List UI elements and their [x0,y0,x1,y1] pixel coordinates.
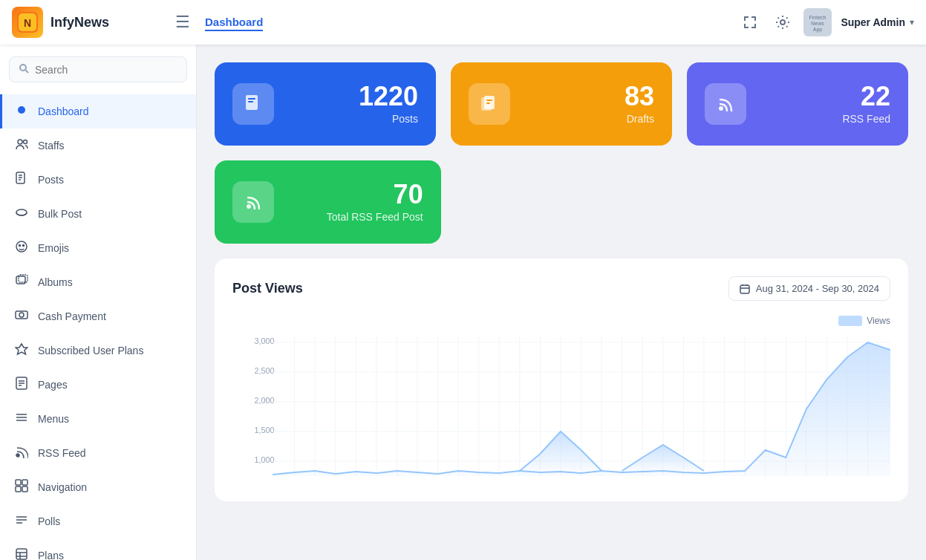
date-filter-button[interactable]: Aug 31, 2024 - Sep 30, 2024 [728,276,890,301]
search-box [9,56,187,82]
sidebar-item-polls[interactable]: Polls [0,504,196,538]
svg-rect-36 [22,486,27,492]
sidebar-item-label-bulk-post: Bulk Post [38,208,82,220]
sidebar: Dashboard Staffs Posts Bulk Post Emojis … [0,45,197,560]
chevron-down-icon: ▾ [910,17,914,27]
search-input[interactable] [35,64,177,76]
stat-info-rss: 22 RSS Feed [842,83,890,125]
stat-number-total-rss: 70 [327,181,423,208]
emojis-icon [14,240,29,256]
svg-rect-35 [16,486,21,492]
navigation-icon [14,479,29,495]
sidebar-item-albums[interactable]: Albums [0,265,196,299]
breadcrumb-text: Dashboard [205,16,263,31]
svg-point-18 [16,241,27,252]
sidebar-item-bulk-post[interactable]: Bulk Post [0,197,196,231]
svg-point-32 [16,454,19,457]
sidebar-item-label-cash-payment: Cash Payment [38,310,106,322]
user-name: Super Admin [841,16,905,28]
stat-info-posts: 1220 Posts [359,83,418,125]
app-header: N InfyNews ☰ Dashboard Fintech [0,0,926,45]
chart-legend: Views [232,316,890,326]
svg-text:3,000: 3,000 [255,336,275,345]
svg-text:2,000: 2,000 [255,396,275,405]
stat-icon-drafts [469,83,510,125]
svg-text:2,500: 2,500 [255,366,275,375]
sidebar-item-label-posts: Posts [38,174,64,186]
svg-text:1,000: 1,000 [255,455,275,464]
stat-label-posts: Posts [359,113,418,125]
stat-icon-rss [705,83,746,125]
stats-grid-bottom: 70 Total RSS Feed Post [215,160,908,244]
stat-card-rss: 22 RSS Feed [687,62,908,146]
svg-point-19 [19,245,21,247]
chart-header: Post Views Aug 31, 2024 - Sep 30, 2024 [232,276,890,301]
sidebar-item-pages[interactable]: Pages [0,368,196,402]
sidebar-item-plans[interactable]: Plans [0,538,196,560]
sidebar-item-label-plans: Plans [38,550,64,560]
sidebar-item-label-dashboard: Dashboard [38,105,89,117]
settings-button[interactable] [771,10,795,34]
svg-text:Fintech: Fintech [809,15,826,20]
sidebar-item-staffs[interactable]: Staffs [0,128,196,163]
svg-point-20 [23,245,25,247]
svg-point-10 [18,106,25,114]
svg-rect-46 [248,101,253,102]
staffs-icon [14,137,29,154]
svg-rect-49 [486,100,492,101]
sidebar-item-subscribed-user-plans[interactable]: Subscribed User Plans [0,333,196,368]
sidebar-item-menus[interactable]: Menus [0,402,196,436]
svg-text:App: App [813,27,823,33]
chart-area: 3,000 2,500 2,000 1,500 1,000 [232,335,890,484]
hamburger-button[interactable]: ☰ [169,10,196,35]
sidebar-item-emojis[interactable]: Emojis [0,231,196,265]
svg-line-9 [26,71,29,74]
albums-icon [14,274,29,290]
rss-feed-icon [14,445,29,461]
sidebar-item-posts[interactable]: Posts [0,163,196,197]
user-menu[interactable]: Super Admin ▾ [841,16,914,28]
svg-rect-33 [16,480,21,485]
header-right: Fintech News App Super Admin ▾ [738,8,914,36]
chart-title: Post Views [232,281,303,296]
sidebar-item-label-pages: Pages [38,379,68,391]
nav-list: Dashboard Staffs Posts Bulk Post Emojis … [0,94,196,560]
chart-svg: 3,000 2,500 2,000 1,500 1,000 [232,335,890,484]
subscribed-user-plans-icon [14,342,29,359]
svg-text:1,500: 1,500 [255,426,275,434]
pages-icon [14,377,29,393]
bulk-post-icon [14,206,29,222]
main-content: 1220 Posts 83 Drafts [197,45,926,560]
svg-rect-53 [740,285,749,293]
sidebar-item-label-polls: Polls [38,515,60,527]
search-icon [19,63,29,76]
main-layout: Dashboard Staffs Posts Bulk Post Emojis … [0,45,926,560]
stat-label-total-rss: Total RSS Feed Post [327,211,423,223]
stat-icon-total-rss [232,181,274,223]
plans-icon [14,547,29,560]
stat-number-posts: 1220 [359,83,418,110]
svg-point-8 [20,65,26,71]
svg-point-12 [24,140,27,144]
sidebar-item-cash-payment[interactable]: Cash Payment [0,299,196,333]
cash-payment-icon [14,308,29,325]
dashboard-icon [14,103,29,120]
user-avatar: Fintech News App [803,8,832,36]
stat-label-drafts: Drafts [625,113,654,125]
sidebar-item-label-staffs: Staffs [38,140,65,152]
svg-rect-34 [22,480,27,485]
sidebar-search-area [0,45,196,94]
svg-text:News: News [812,21,825,26]
date-range-text: Aug 31, 2024 - Sep 30, 2024 [756,283,879,294]
svg-rect-45 [248,98,255,100]
svg-point-11 [18,140,22,144]
svg-point-24 [19,313,24,317]
stats-grid-top: 1220 Posts 83 Drafts [215,62,908,146]
sidebar-item-rss-feed[interactable]: RSS Feed [0,436,196,470]
breadcrumb: Dashboard [205,16,729,29]
expand-button[interactable] [738,10,762,34]
svg-point-3 [780,20,785,25]
sidebar-item-navigation[interactable]: Navigation [0,470,196,504]
sidebar-item-dashboard[interactable]: Dashboard [0,94,196,128]
logo-area: N InfyNews [12,7,160,38]
